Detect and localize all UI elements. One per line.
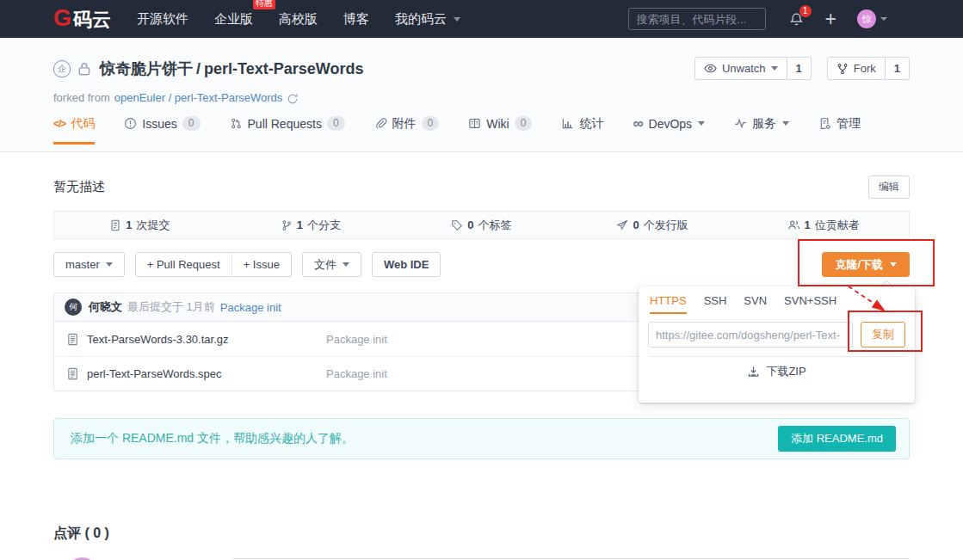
file-commit-message[interactable]: Package init xyxy=(326,367,387,380)
nav-item-open-source[interactable]: 开源软件 xyxy=(137,3,188,36)
navbar-right: 1 + 惊 xyxy=(628,8,887,30)
committer-avatar[interactable]: 何 xyxy=(65,298,82,316)
watch-button-group: Unwatch 1 xyxy=(694,57,812,80)
edit-description-button[interactable]: 编辑 xyxy=(868,175,910,199)
nav-item-enterprise-label: 企业版 xyxy=(214,11,253,26)
file-name-link[interactable]: perl-Text-ParseWords.spec xyxy=(87,367,222,380)
file-name-link[interactable]: Text-ParseWords-3.30.tar.gz xyxy=(87,333,229,346)
promo-badge: 特惠 xyxy=(253,0,275,9)
stat-branches[interactable]: 1 个分支 xyxy=(225,212,397,238)
download-zip-button[interactable]: 下载ZIP xyxy=(639,357,915,386)
stat-contributors[interactable]: 1 位贡献者 xyxy=(738,212,909,238)
plus-icon: + xyxy=(825,8,836,30)
forked-from-link[interactable]: openEuler / perl-Text-ParseWords xyxy=(114,91,283,104)
file-doc-icon xyxy=(66,367,79,380)
tab-attachments[interactable]: 附件 0 xyxy=(374,116,440,145)
clone-tab-https[interactable]: HTTPS xyxy=(650,294,687,314)
tab-wiki[interactable]: Wiki 0 xyxy=(468,116,532,145)
wiki-book-icon xyxy=(468,117,481,130)
clone-download-panel: HTTPS SSH SVN SVN+SSH 复制 下载ZIP xyxy=(639,286,915,403)
tab-devops[interactable]: ∞ DevOps xyxy=(633,116,705,145)
stat-commits[interactable]: 1 次提交 xyxy=(54,212,225,238)
tab-statistics[interactable]: 统计 xyxy=(561,116,603,145)
stat-releases[interactable]: 0 个发行版 xyxy=(567,212,738,238)
repo-owner-link[interactable]: 惊奇脆片饼干 xyxy=(100,60,193,77)
reviews-heading: 点评 ( 0 ) xyxy=(53,525,910,543)
notification-badge: 1 xyxy=(799,5,812,17)
chevron-down-icon xyxy=(782,121,789,126)
chevron-down-icon xyxy=(698,121,705,126)
top-navbar: G 码云 开源软件 企业版 特惠 高校版 博客 我的码云 1 + 惊 xyxy=(0,0,963,38)
tab-manage[interactable]: 管理 xyxy=(818,116,861,145)
branch-selector[interactable]: master xyxy=(53,252,125,277)
tab-pull-requests[interactable]: Pull Requests 0 xyxy=(230,116,345,145)
nav-item-blog[interactable]: 博客 xyxy=(343,3,369,36)
repo-header: 企 惊奇脆片饼干/perl-Text-ParseWords Unwatch 1 xyxy=(0,38,963,152)
contributors-icon xyxy=(787,218,800,231)
forked-from-line: forked from openEuler / perl-Text-ParseW… xyxy=(53,91,910,105)
chevron-down-icon xyxy=(771,66,778,71)
issue-icon xyxy=(124,117,137,130)
commit-message-link[interactable]: Package init xyxy=(220,301,281,314)
new-issue-button[interactable]: + Issue xyxy=(231,252,292,277)
fork-label: Fork xyxy=(854,62,876,75)
paperclip-icon xyxy=(374,117,387,130)
gitee-logo[interactable]: G 码云 xyxy=(53,5,111,33)
readme-banner: 添加一个 README.md 文件，帮助感兴趣的人了解。 添加 README.m… xyxy=(53,418,910,459)
tab-issues[interactable]: Issues 0 xyxy=(124,116,200,145)
chart-bars-icon xyxy=(561,117,574,130)
manage-doc-icon xyxy=(818,117,831,130)
commit-time: 最后提交于 1月前 xyxy=(127,299,215,315)
nav-item-enterprise[interactable]: 企业版 特惠 xyxy=(214,3,253,36)
create-new-button[interactable]: + xyxy=(825,10,836,28)
clone-tab-svn[interactable]: SVN xyxy=(744,294,767,314)
unwatch-button[interactable]: Unwatch xyxy=(694,57,787,80)
pull-request-icon xyxy=(230,117,243,130)
file-menu-button[interactable]: 文件 xyxy=(302,252,361,277)
repo-name-link[interactable]: perl-Text-ParseWords xyxy=(204,60,363,77)
eye-icon xyxy=(704,62,717,75)
release-plane-icon xyxy=(616,219,628,231)
enterprise-badge-icon[interactable]: 企 xyxy=(53,60,71,77)
watch-count[interactable]: 1 xyxy=(787,57,812,80)
sync-icon[interactable] xyxy=(287,91,299,105)
new-pull-request-button[interactable]: + Pull Request xyxy=(135,252,232,277)
file-commit-message[interactable]: Package init xyxy=(326,333,387,346)
lock-icon xyxy=(77,60,92,77)
fork-button-group: Fork 1 xyxy=(827,57,910,80)
web-ide-button[interactable]: Web IDE xyxy=(372,252,441,277)
clone-download-button[interactable]: 克隆/下载 xyxy=(822,252,910,277)
stat-tags[interactable]: 0 个标签 xyxy=(396,212,567,238)
user-menu[interactable]: 惊 xyxy=(857,9,887,28)
repo-description: 暂无描述 xyxy=(53,179,105,195)
readme-banner-text: 添加一个 README.md 文件，帮助感兴趣的人了解。 xyxy=(71,431,354,446)
download-icon xyxy=(747,366,760,378)
chevron-down-icon xyxy=(454,17,460,22)
chevron-down-icon xyxy=(890,262,897,267)
fork-button[interactable]: Fork xyxy=(827,57,886,80)
tab-services[interactable]: 服务 xyxy=(734,116,789,145)
forked-from-prefix: forked from xyxy=(53,91,110,104)
issues-count-badge: 0 xyxy=(182,116,201,131)
primary-nav: 开源软件 企业版 特惠 高校版 博客 我的码云 xyxy=(137,3,460,36)
add-readme-button[interactable]: 添加 README.md xyxy=(778,426,896,452)
nav-item-my-gitee[interactable]: 我的码云 xyxy=(395,3,460,36)
comment-box-edge xyxy=(232,558,910,559)
chevron-down-icon xyxy=(106,262,113,267)
attachments-count-badge: 0 xyxy=(422,116,440,131)
tab-code[interactable]: </> 代码 xyxy=(53,116,95,145)
repo-tabs: </> 代码 Issues 0 Pull Requests 0 xyxy=(53,116,910,145)
notifications-button[interactable]: 1 xyxy=(789,11,804,27)
nav-item-education[interactable]: 高校版 xyxy=(279,3,318,36)
search-input[interactable] xyxy=(628,8,766,30)
infinity-icon: ∞ xyxy=(633,118,643,130)
committer-name[interactable]: 何晓文 xyxy=(89,299,122,315)
clone-tab-svn-ssh[interactable]: SVN+SSH xyxy=(784,294,836,314)
fork-count[interactable]: 1 xyxy=(886,57,910,80)
action-row: master + Pull Request + Issue 文件 Web IDE… xyxy=(53,252,910,277)
clone-protocol-tabs: HTTPS SSH SVN SVN+SSH xyxy=(639,286,915,314)
clone-tab-ssh[interactable]: SSH xyxy=(704,294,727,314)
copy-button[interactable]: 复制 xyxy=(861,322,905,348)
unwatch-label: Unwatch xyxy=(722,62,766,75)
clone-url-input[interactable] xyxy=(648,322,853,348)
